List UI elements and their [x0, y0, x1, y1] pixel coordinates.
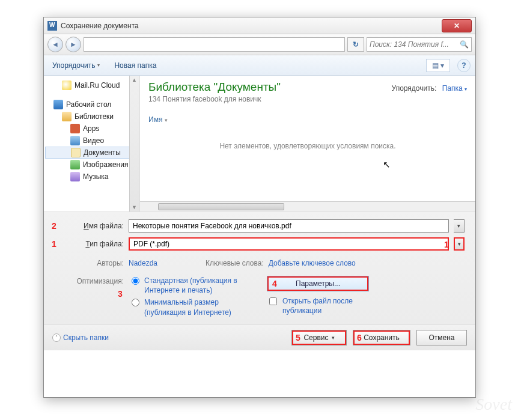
- tree-item-desktop[interactable]: Рабочий стол: [45, 99, 138, 111]
- arrow-right-icon: ►: [70, 40, 77, 49]
- nav-tree: Mail.Ru Cloud Рабочий стол Библиотеки Ap…: [44, 76, 140, 212]
- optimization-label: Оптимизация:: [55, 276, 124, 285]
- search-placeholder: Поиск: 134 Понятия f...: [370, 40, 449, 49]
- search-input[interactable]: Поиск: 134 Понятия f... 🔍: [367, 37, 472, 52]
- filetype-dropdown-button[interactable]: 1▾: [454, 237, 465, 251]
- callout-4: 4: [272, 279, 277, 288]
- chevron-down-icon: ▾: [465, 87, 467, 92]
- tree-scrollbar[interactable]: [129, 76, 139, 212]
- save-form: 2 Имя файла: ▾ 1 Тип файла: PDF (*.pdf) …: [44, 212, 475, 324]
- images-icon: [70, 160, 80, 169]
- radio-minimal[interactable]: Минимальный размер (публикация в Интерне…: [129, 297, 249, 317]
- window-title: Сохранение документа: [61, 22, 139, 30]
- cancel-button[interactable]: Отмена: [416, 330, 467, 345]
- close-button[interactable]: ✕: [442, 19, 472, 32]
- tree-item-apps[interactable]: Apps: [45, 123, 138, 135]
- dialog-footer: ˄ Скрыть папки 5 Сервис▾ 6 Сохранить Отм…: [44, 324, 475, 350]
- content-area: Mail.Ru Cloud Рабочий стол Библиотеки Ap…: [44, 76, 475, 212]
- arrow-left-icon: ◄: [52, 40, 59, 49]
- file-list-pane: Библиотека "Документы" 134 Понятия faceb…: [140, 76, 475, 212]
- authors-label: Авторы:: [55, 259, 124, 267]
- chevron-up-icon: ˄: [52, 333, 61, 342]
- tags-row: Ключевые слова: Добавьте ключевое слово: [206, 259, 356, 267]
- filename-dropdown-button[interactable]: ▾: [454, 219, 465, 233]
- tree-item-images[interactable]: Изображения: [45, 159, 138, 171]
- params-button[interactable]: 4 Параметры...: [267, 276, 369, 291]
- help-button[interactable]: ?: [457, 59, 471, 72]
- radio-standard-input[interactable]: [132, 277, 139, 285]
- radio-standard[interactable]: Стандартная (публикация в Интернете и пе…: [129, 276, 249, 295]
- chevron-down-icon: ▾: [440, 61, 444, 70]
- callout-5: 5: [296, 333, 300, 342]
- empty-message: Нет элементов, удовлетворяющих условиям …: [148, 142, 467, 150]
- search-icon: 🔍: [460, 40, 469, 49]
- close-icon: ✕: [454, 22, 460, 30]
- sort-arrow-icon: ▾: [165, 117, 168, 123]
- title-bar: Сохранение документа ✕: [44, 17, 475, 34]
- libraries-icon: [62, 112, 72, 121]
- cursor-icon: ↖: [383, 159, 391, 170]
- scrollbar-thumb[interactable]: [158, 203, 284, 210]
- tree-item-music[interactable]: Музыка: [45, 171, 138, 183]
- desktop-icon: [53, 100, 63, 109]
- horizontal-scrollbar[interactable]: [140, 201, 475, 212]
- sort-label: Упорядочить:: [392, 84, 437, 93]
- new-folder-button[interactable]: Новая папка: [111, 59, 160, 72]
- sort-control: Упорядочить: Папка ▾: [392, 84, 467, 93]
- optimization-block: Оптимизация: Стандартная (публикация в И…: [55, 276, 465, 320]
- open-after-checkbox[interactable]: Открыть файл после публикации: [267, 296, 369, 315]
- documents-icon: [71, 148, 81, 157]
- tree-item-mailru[interactable]: Mail.Ru Cloud: [45, 79, 138, 91]
- chevron-down-icon: ▾: [97, 62, 100, 68]
- nav-back-button[interactable]: ◄: [47, 37, 63, 52]
- callout-3: 3: [118, 289, 123, 299]
- callout-2: 2: [52, 221, 56, 231]
- watermark: Sovet: [475, 395, 512, 414]
- organize-button[interactable]: Упорядочить▾: [49, 59, 103, 72]
- chevron-down-icon: ▾: [332, 335, 335, 341]
- toolbar: Упорядочить▾ Новая папка ▤▾ ?: [44, 55, 475, 76]
- tags-label: Ключевые слова:: [206, 259, 264, 267]
- filetype-row: 1 Тип файла: PDF (*.pdf) 1▾: [55, 237, 465, 251]
- tree-item-documents[interactable]: Документы: [45, 147, 138, 159]
- help-icon: ?: [462, 61, 466, 70]
- radio-minimal-input[interactable]: [132, 299, 139, 306]
- apps-icon: [70, 124, 80, 133]
- tools-button[interactable]: 5 Сервис▾: [291, 330, 347, 345]
- authors-row: Авторы: Nadezda: [55, 259, 157, 267]
- callout-1a: 1: [52, 239, 56, 249]
- save-button[interactable]: 6 Сохранить: [353, 330, 410, 345]
- video-icon: [70, 136, 80, 145]
- app-icon: [47, 21, 57, 31]
- tree-item-libraries[interactable]: Библиотеки: [45, 111, 138, 123]
- library-subtitle: 134 Понятия facebook для новичк: [148, 95, 467, 103]
- column-header-name[interactable]: Имя▾: [148, 115, 467, 124]
- refresh-icon: ↻: [353, 40, 359, 49]
- nav-bar: ◄ ► ↻ Поиск: 134 Понятия f... 🔍: [44, 34, 475, 55]
- filename-row: 2 Имя файла: ▾: [55, 219, 465, 233]
- filename-input[interactable]: [129, 219, 449, 233]
- refresh-button[interactable]: ↻: [347, 37, 364, 52]
- view-mode-button[interactable]: ▤▾: [426, 59, 450, 72]
- callout-1b: 1: [444, 240, 449, 249]
- filetype-label: Тип файла:: [55, 240, 124, 248]
- authors-value[interactable]: Nadezda: [129, 259, 157, 267]
- music-icon: [70, 172, 80, 181]
- cloud-icon: [62, 81, 72, 90]
- nav-forward-button[interactable]: ►: [66, 37, 81, 52]
- tree-item-video[interactable]: Видео: [45, 135, 138, 147]
- filename-label: Имя файла:: [55, 222, 124, 230]
- filetype-combo[interactable]: PDF (*.pdf): [129, 237, 449, 251]
- sort-dropdown[interactable]: Папка ▾: [442, 84, 467, 93]
- open-after-input[interactable]: [269, 297, 277, 305]
- hide-folders-link[interactable]: ˄ Скрыть папки: [52, 333, 109, 342]
- tags-value[interactable]: Добавьте ключевое слово: [269, 259, 356, 267]
- list-view-icon: ▤: [432, 61, 439, 70]
- breadcrumb-path[interactable]: [84, 37, 345, 52]
- save-dialog: Сохранение документа ✕ ◄ ► ↻ Поиск: 134 …: [43, 17, 476, 398]
- callout-6: 6: [357, 333, 362, 342]
